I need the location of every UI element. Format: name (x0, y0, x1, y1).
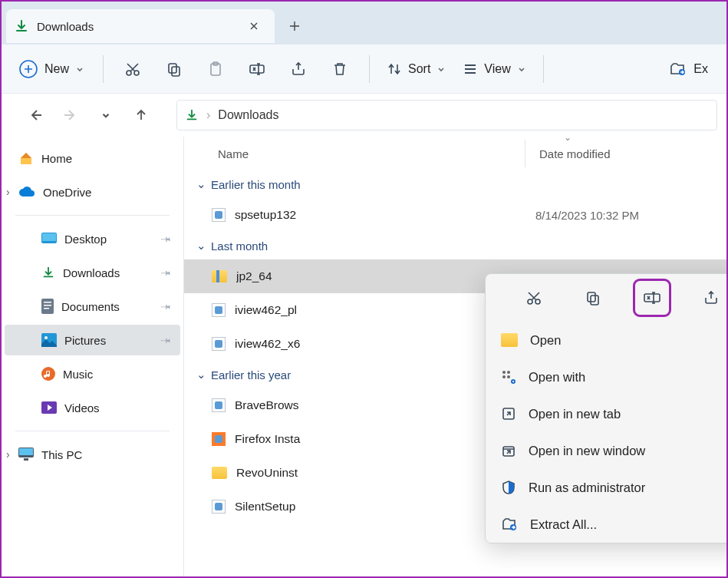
navigation-row: › Downloads (2, 94, 726, 137)
svg-rect-12 (44, 302, 51, 303)
sidebar-label: Pictures (64, 334, 106, 347)
file-name: BraveBrows (235, 398, 526, 412)
videos-icon (41, 401, 57, 414)
file-row[interactable]: spsetup132 8/14/2023 10:32 PM (184, 198, 726, 232)
paste-button[interactable] (197, 54, 234, 84)
forward-button[interactable] (55, 100, 86, 130)
file-name: spsetup132 (235, 208, 526, 222)
extract-label: Ex (693, 62, 708, 76)
ctx-open-with[interactable]: Open with › (486, 358, 726, 395)
group-earlier-month[interactable]: ⌄ Earlier this month (184, 170, 726, 198)
svg-point-29 (502, 375, 506, 378)
recent-button[interactable] (91, 100, 121, 130)
breadcrumb-current[interactable]: Downloads (218, 108, 278, 122)
ctx-label: Open in new tab (529, 407, 621, 421)
desktop-icon (41, 233, 57, 245)
copy-button[interactable] (156, 54, 193, 84)
sort-button[interactable]: Sort (380, 54, 452, 84)
share-button[interactable] (694, 281, 727, 315)
rename-button[interactable] (635, 281, 669, 315)
music-icon (41, 367, 55, 381)
group-last-month[interactable]: ⌄ Last month (184, 232, 726, 259)
tab-downloads[interactable]: Downloads (6, 9, 275, 43)
ctx-open-new-tab[interactable]: Open in new tab (486, 395, 726, 432)
exe-icon (212, 208, 226, 222)
sidebar-item-thispc[interactable]: › This PC (5, 439, 180, 470)
download-icon (41, 266, 55, 279)
column-date[interactable]: ⌄ Date modified (525, 140, 611, 167)
sidebar-item-pictures[interactable]: Pictures 📌︎ (5, 325, 180, 355)
svg-point-16 (44, 336, 48, 339)
divider (543, 55, 544, 83)
close-icon[interactable] (244, 16, 264, 36)
pin-icon: 📌︎ (157, 298, 173, 314)
ctx-open[interactable]: Open Enter (486, 322, 726, 358)
svg-rect-7 (250, 65, 264, 73)
back-button[interactable] (20, 100, 51, 130)
apps-icon (501, 369, 516, 385)
exe-icon (212, 500, 226, 514)
delete-button[interactable] (321, 54, 358, 84)
new-tab-button[interactable] (278, 9, 311, 43)
sidebar-item-downloads[interactable]: Downloads 📌︎ (5, 257, 180, 288)
address-bar[interactable]: › Downloads (176, 100, 717, 130)
ctx-label: Extract All... (530, 517, 597, 532)
sidebar-item-home[interactable]: Home (5, 143, 180, 173)
sidebar: Home › OneDrive Desktop 📌︎ Downloads 📌︎ … (2, 137, 184, 576)
extract-button[interactable]: Ex (663, 54, 714, 84)
sidebar-item-documents[interactable]: Documents 📌︎ (5, 291, 180, 322)
sidebar-item-videos[interactable]: Videos (5, 392, 180, 423)
exe-icon (212, 398, 226, 412)
exe-icon (212, 432, 226, 446)
sidebar-label: Downloads (63, 266, 120, 279)
svg-point-30 (507, 375, 510, 378)
document-icon (41, 299, 54, 314)
ctx-run-admin[interactable]: Run as administrator (486, 469, 726, 506)
shield-icon (501, 480, 516, 495)
context-quick-actions (486, 274, 726, 322)
svg-point-28 (507, 371, 510, 374)
svg-rect-14 (44, 308, 49, 309)
sidebar-item-desktop[interactable]: Desktop 📌︎ (5, 223, 180, 254)
sidebar-label: Desktop (64, 233, 107, 246)
pictures-icon (41, 333, 57, 347)
zip-folder-icon (212, 270, 227, 282)
new-tab-icon (501, 406, 516, 421)
sidebar-item-music[interactable]: Music (5, 358, 180, 389)
tab-label: Downloads (37, 20, 236, 33)
copy-button[interactable] (576, 281, 610, 315)
sidebar-label: Home (41, 152, 72, 165)
cut-button[interactable] (517, 281, 551, 315)
download-icon (14, 18, 29, 34)
file-name: Firefox Insta (235, 432, 526, 446)
ctx-open-new-window[interactable]: Open in new window (486, 432, 726, 469)
view-button[interactable]: View (456, 54, 532, 84)
divider (15, 215, 170, 216)
divider (15, 431, 170, 431)
chevron-right-icon[interactable]: › (6, 186, 10, 198)
chevron-down-icon: ⌄ (196, 368, 206, 381)
rename-button[interactable] (239, 54, 275, 84)
file-date: 8/14/2023 10:32 PM (535, 209, 639, 222)
extract-icon (501, 517, 518, 532)
sidebar-item-onedrive[interactable]: › OneDrive (5, 177, 180, 207)
new-button[interactable]: New (14, 54, 92, 84)
share-button[interactable] (280, 54, 317, 84)
sidebar-label: Documents (61, 300, 120, 313)
divider (103, 55, 104, 83)
ctx-extract-all[interactable]: Extract All... (486, 506, 726, 543)
folder-icon (212, 467, 227, 479)
sidebar-label: Music (63, 368, 93, 381)
pin-icon: 📌︎ (157, 230, 173, 246)
svg-rect-11 (41, 299, 54, 314)
divider (369, 55, 370, 83)
content-area: Name ⌄ Date modified ⌄ Earlier this mont… (184, 137, 726, 576)
cut-button[interactable] (114, 54, 151, 84)
column-name[interactable]: Name (218, 147, 525, 160)
svg-rect-21 (24, 458, 28, 461)
download-icon (185, 108, 199, 122)
up-button[interactable] (126, 100, 156, 130)
chevron-down-icon: ⌄ (196, 239, 206, 253)
pin-icon: 📌︎ (157, 332, 173, 348)
chevron-right-icon[interactable]: › (6, 448, 10, 461)
